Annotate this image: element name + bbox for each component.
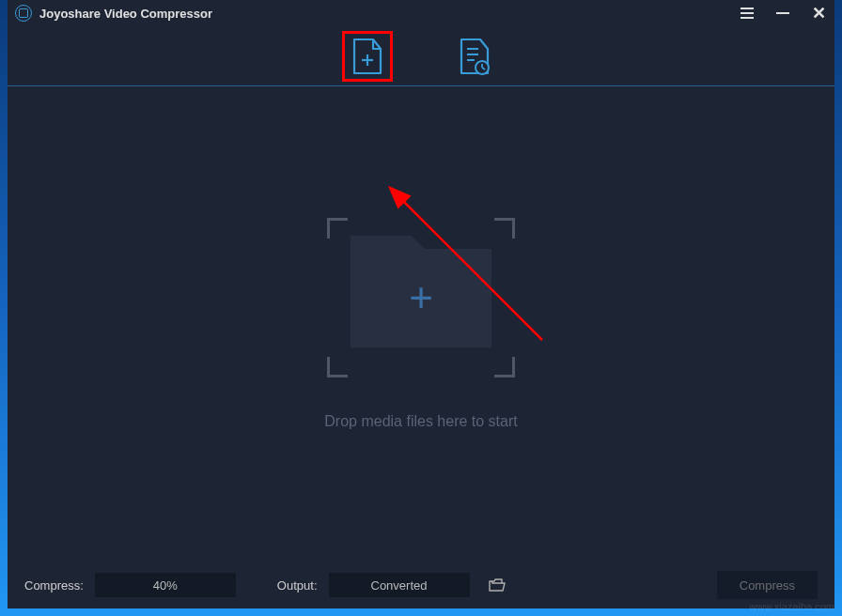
compress-value-field[interactable]: 40%	[95, 573, 236, 597]
compress-button-label: Compress	[740, 578, 795, 593]
app-title: Joyoshare Video Compressor	[39, 7, 739, 21]
title-bar: Joyoshare Video Compressor ✕	[8, 0, 834, 26]
frame-corner	[494, 357, 515, 377]
close-button[interactable]: ✕	[810, 5, 827, 22]
plus-icon: +	[409, 277, 433, 318]
menu-button[interactable]	[739, 5, 756, 22]
output-label: Output:	[277, 578, 318, 593]
history-icon	[458, 38, 491, 75]
add-file-icon	[351, 38, 384, 75]
close-icon: ✕	[812, 5, 826, 22]
menu-icon	[741, 8, 754, 19]
output-value: Converted	[371, 578, 428, 593]
bottom-bar: Compress: 40% Output: Converted Compress	[8, 562, 834, 608]
tab-history[interactable]	[449, 31, 500, 82]
app-window: Joyoshare Video Compressor ✕	[8, 0, 834, 608]
drop-zone[interactable]: + Drop media files here to start	[324, 218, 517, 430]
window-controls: ✕	[739, 5, 827, 22]
tab-add-file[interactable]	[342, 31, 393, 82]
minimize-button[interactable]	[774, 5, 791, 22]
frame-corner	[494, 218, 515, 239]
frame-corner	[327, 218, 348, 239]
open-output-folder-button[interactable]	[487, 575, 507, 595]
drop-frame: +	[327, 218, 515, 377]
compress-value: 40%	[153, 578, 178, 593]
minimize-icon	[776, 12, 789, 14]
drop-hint: Drop media files here to start	[324, 413, 517, 430]
output-value-field[interactable]: Converted	[329, 573, 470, 597]
compress-button[interactable]: Compress	[717, 571, 818, 599]
app-logo-icon	[15, 5, 32, 22]
main-area: + Drop media files here to start	[8, 86, 834, 562]
folder-open-icon	[489, 578, 506, 592]
frame-corner	[327, 357, 348, 377]
folder-icon: +	[351, 249, 491, 347]
compress-label: Compress:	[24, 578, 84, 593]
top-tabs	[8, 26, 834, 86]
